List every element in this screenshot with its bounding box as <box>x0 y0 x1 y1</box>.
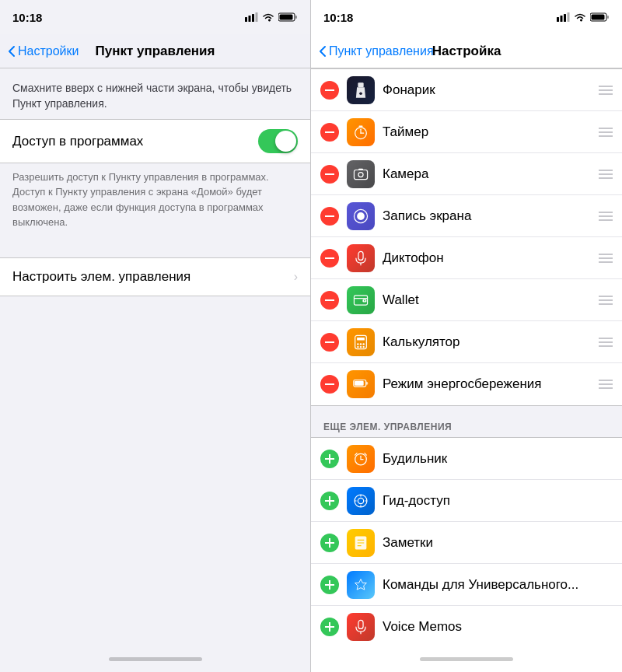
item-name: Wallet <box>383 292 591 308</box>
svg-point-38 <box>362 345 364 347</box>
drag-handle-icon[interactable] <box>599 212 613 221</box>
item-name: Команды для Универсального... <box>383 577 613 593</box>
app-icon <box>347 370 375 398</box>
included-list-item[interactable]: Диктофон <box>311 237 622 279</box>
included-list-item[interactable]: Режим энергосбережения <box>311 363 622 405</box>
additional-items-group: БудильникГид-доступЗаметкиКоманды для Ун… <box>311 437 622 646</box>
remove-button[interactable] <box>320 165 339 184</box>
status-icons-left <box>245 12 298 22</box>
nav-bar-left: Настройки Пункт управления <box>0 34 310 68</box>
swipe-description: Смахните вверх с нижней части экрана, чт… <box>12 82 292 110</box>
additional-list-item[interactable]: Заметки <box>311 522 622 564</box>
back-button-left[interactable]: Настройки <box>8 44 79 58</box>
svg-rect-12 <box>607 16 609 19</box>
svg-rect-32 <box>357 337 365 340</box>
item-name: Диктофон <box>383 250 591 266</box>
list-container[interactable]: ФонарикТаймерКамераЗапись экранаДиктофон… <box>311 68 622 646</box>
home-bar-left <box>109 657 202 661</box>
remove-button[interactable] <box>320 207 339 226</box>
svg-rect-3 <box>256 12 258 22</box>
app-icon <box>347 571 375 599</box>
drag-handle-icon[interactable] <box>599 380 613 389</box>
app-icon <box>347 160 375 188</box>
drag-handle-icon[interactable] <box>599 128 613 137</box>
remove-button[interactable] <box>320 375 339 394</box>
wifi-icon-right <box>574 12 586 22</box>
back-label-right: Пункт управления <box>329 44 434 58</box>
drag-handle-icon[interactable] <box>599 254 613 263</box>
access-description-block: Разрешить доступ к Пункту управления в п… <box>0 163 310 242</box>
svg-rect-10 <box>568 12 570 22</box>
svg-point-36 <box>357 345 358 347</box>
back-button-right[interactable]: Пункт управления <box>319 44 434 58</box>
app-icon <box>347 487 375 515</box>
drag-handle-icon[interactable] <box>599 296 613 305</box>
signal-icon <box>245 12 258 22</box>
additional-list-item[interactable]: Гид-доступ <box>311 480 622 522</box>
access-label: Доступ в программах <box>12 134 143 149</box>
configure-row[interactable]: Настроить элем. управления › <box>0 257 310 296</box>
included-list-item[interactable]: Запись экрана <box>311 195 622 237</box>
svg-point-30 <box>364 299 365 301</box>
svg-rect-8 <box>561 16 563 22</box>
included-list-item[interactable]: Таймер <box>311 111 622 153</box>
additional-list-item[interactable]: Voice Memos <box>311 606 622 646</box>
svg-rect-2 <box>252 14 254 22</box>
right-panel: 10:18 Пункт уп <box>311 0 622 672</box>
svg-rect-13 <box>592 15 605 20</box>
svg-point-46 <box>358 498 363 503</box>
included-list-item[interactable]: Фонарик <box>311 69 622 111</box>
status-bar-right: 10:18 <box>311 0 622 34</box>
remove-button[interactable] <box>320 123 339 142</box>
svg-point-35 <box>362 343 364 345</box>
remove-button[interactable] <box>320 81 339 100</box>
svg-rect-40 <box>366 382 368 385</box>
svg-rect-7 <box>557 17 559 22</box>
remove-button[interactable] <box>320 291 339 310</box>
item-name: Гид-доступ <box>383 493 613 509</box>
item-name: Заметки <box>383 535 613 551</box>
drag-handle-icon[interactable] <box>599 170 613 179</box>
access-toggle[interactable] <box>258 129 298 153</box>
drag-handle-icon[interactable] <box>599 338 613 347</box>
included-items-group: ФонарикТаймерКамераЗапись экранаДиктофон… <box>311 68 622 406</box>
svg-rect-16 <box>359 92 362 95</box>
remove-button[interactable] <box>320 333 339 352</box>
section-divider <box>0 242 310 257</box>
svg-rect-26 <box>358 251 363 260</box>
configure-label: Настроить элем. управления <box>12 269 190 285</box>
drag-handle-icon[interactable] <box>599 86 613 95</box>
svg-point-34 <box>360 343 362 345</box>
item-name: Калькулятор <box>383 334 591 350</box>
included-list-item[interactable]: Калькулятор <box>311 321 622 363</box>
included-list-item[interactable]: Wallet <box>311 279 622 321</box>
item-name: Voice Memos <box>383 619 613 635</box>
included-list-item[interactable]: Камера <box>311 153 622 195</box>
additional-list-item[interactable]: Будильник <box>311 438 622 480</box>
add-button[interactable] <box>320 492 339 510</box>
left-panel: 10:18 Настройк <box>0 0 311 672</box>
nav-title-left: Пункт управления <box>96 44 215 59</box>
svg-rect-20 <box>359 125 363 127</box>
item-name: Таймер <box>383 124 591 140</box>
add-button[interactable] <box>320 450 339 468</box>
add-button[interactable] <box>320 534 339 552</box>
add-button[interactable] <box>320 618 339 636</box>
add-button[interactable] <box>320 576 339 594</box>
svg-rect-0 <box>245 17 247 22</box>
svg-point-22 <box>358 172 363 177</box>
svg-point-25 <box>357 212 365 220</box>
remove-button[interactable] <box>320 249 339 268</box>
app-icon <box>347 118 375 146</box>
signal-icon-right <box>557 12 570 22</box>
item-name: Запись экрана <box>383 208 591 224</box>
chevron-left-icon-right <box>319 45 327 58</box>
chevron-right-icon: › <box>294 270 298 284</box>
additional-list-item[interactable]: Команды для Универсального... <box>311 564 622 606</box>
app-icon <box>347 613 375 641</box>
home-indicator-left <box>0 646 310 672</box>
item-name: Камера <box>383 166 591 182</box>
description-block: Смахните вверх с нижней части экрана, чт… <box>0 68 310 119</box>
access-description: Разрешить доступ к Пункту управления в п… <box>12 171 269 228</box>
app-icon <box>347 76 375 104</box>
